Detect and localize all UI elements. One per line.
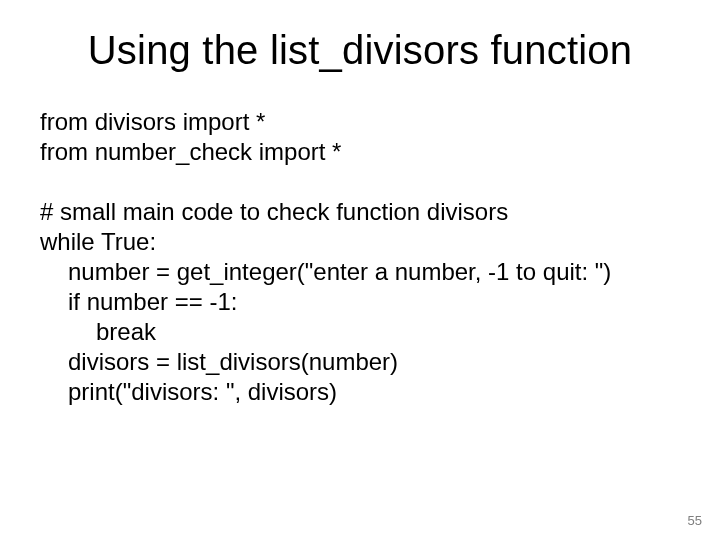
code-line: while True: (40, 227, 680, 257)
code-line: number = get_integer("enter a number, -1… (40, 257, 680, 287)
code-line: if number == -1: (40, 287, 680, 317)
code-line: print("divisors: ", divisors) (40, 377, 680, 407)
blank-line (40, 167, 680, 197)
code-line: # small main code to check function divi… (40, 197, 680, 227)
code-line: from divisors import * (40, 107, 680, 137)
slide-body: from divisors import * from number_check… (40, 107, 680, 407)
code-line: from number_check import * (40, 137, 680, 167)
slide: Using the list_divisors function from di… (0, 0, 720, 540)
code-line: divisors = list_divisors(number) (40, 347, 680, 377)
code-line: break (40, 317, 680, 347)
slide-title: Using the list_divisors function (40, 28, 680, 73)
page-number: 55 (688, 513, 702, 528)
